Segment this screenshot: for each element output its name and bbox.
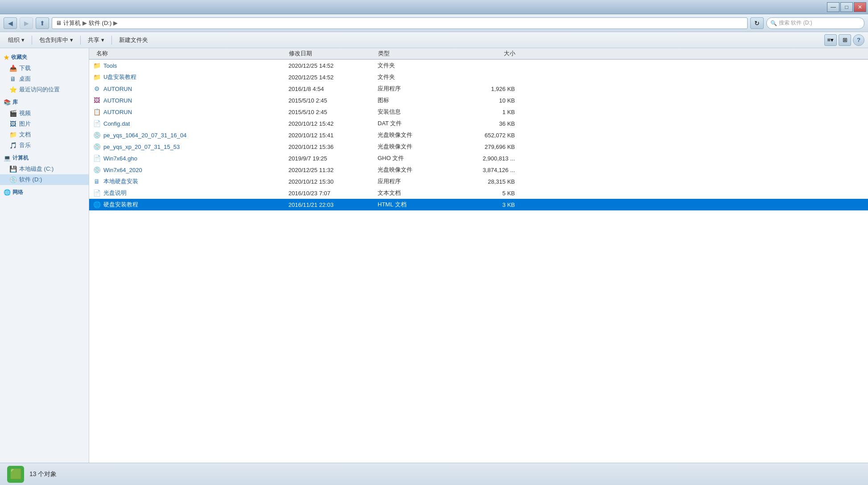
downloads-label: 下载: [19, 64, 31, 72]
search-placeholder: 搜索 软件 (D:): [779, 19, 812, 27]
share-button[interactable]: 共享 ▾: [83, 34, 109, 46]
library-header[interactable]: 📚 库: [0, 97, 89, 108]
file-date: 2016/10/23 7:07: [288, 190, 378, 197]
sidebar-item-software-d[interactable]: 💿 软件 (D:): [0, 174, 89, 185]
file-type-icon: 💿: [93, 143, 101, 151]
help-button[interactable]: ?: [853, 34, 864, 46]
document-label: 文档: [19, 131, 31, 139]
file-type: GHO 文件: [378, 154, 458, 162]
video-label: 视频: [19, 109, 31, 117]
toolbar-sep2: [80, 36, 81, 45]
col-size-header[interactable]: 大小: [458, 49, 521, 58]
main-area: ★ 收藏夹 📥 下载 🖥 桌面 ⭐ 最近访问的位置 📚 库 �: [0, 48, 868, 463]
file-date: 2016/11/21 22:03: [288, 201, 378, 208]
favorites-header[interactable]: ★ 收藏夹: [0, 52, 89, 63]
include-library-button[interactable]: 包含到库中 ▾: [35, 34, 78, 46]
desktop-label: 桌面: [19, 75, 31, 83]
file-date: 2020/10/12 15:42: [288, 120, 378, 127]
file-name: pe_yqs_1064_20_07_31_16_04: [103, 132, 288, 139]
file-type: 应用程序: [378, 177, 458, 185]
toolbar-right: ≡ ▾ ⊞ ?: [824, 34, 864, 46]
table-row[interactable]: 💿 Win7x64_2020 2020/12/25 11:32 光盘映像文件 3…: [89, 164, 868, 176]
toolbar-sep1: [32, 36, 32, 45]
computer-icon2: 💻: [4, 155, 11, 161]
back-button[interactable]: ◀: [4, 17, 17, 29]
search-icon: 🔍: [770, 20, 777, 26]
forward-button[interactable]: ▶: [20, 17, 33, 29]
table-row[interactable]: 🌐 硬盘安装教程 2016/11/21 22:03 HTML 文档 3 KB: [89, 199, 868, 210]
minimize-button[interactable]: —: [827, 2, 839, 12]
file-name: Win7x64_2020: [103, 167, 288, 173]
sidebar-item-document[interactable]: 📁 文档: [0, 129, 89, 140]
file-type: 光盘映像文件: [378, 131, 458, 139]
table-row[interactable]: 📁 U盘安装教程 2020/12/25 14:52 文件夹: [89, 71, 868, 83]
table-row[interactable]: 📄 光盘说明 2016/10/23 7:07 文本文档 5 KB: [89, 187, 868, 199]
file-type: 光盘映像文件: [378, 166, 458, 174]
file-type: 光盘映像文件: [378, 143, 458, 151]
breadcrumb-software[interactable]: 软件 (D:): [89, 19, 111, 27]
file-size: 3 KB: [458, 201, 520, 208]
titlebar-buttons: — □ ✕: [827, 2, 866, 12]
table-row[interactable]: 📁 Tools 2020/12/25 14:52 文件夹: [89, 60, 868, 71]
sidebar-item-picture[interactable]: 🖼 图片: [0, 119, 89, 129]
computer-label: 计算机: [12, 154, 29, 162]
file-type-icon: 🖼: [93, 96, 101, 104]
breadcrumb[interactable]: 🖥 计算机 ▶ 软件 (D:) ▶: [52, 17, 748, 29]
status-count: 13 个对象: [29, 470, 57, 478]
star-icon: ★: [4, 54, 9, 61]
table-row[interactable]: 🖥 本地硬盘安装 2020/10/12 15:30 应用程序 28,315 KB: [89, 176, 868, 187]
sidebar-item-music[interactable]: 🎵 音乐: [0, 140, 89, 151]
file-date: 2019/9/7 19:25: [288, 155, 378, 162]
col-name-header[interactable]: 名称: [93, 49, 289, 58]
view-icon: ≡: [827, 37, 831, 43]
file-type-icon: 🖥: [93, 177, 101, 185]
refresh-button[interactable]: ↻: [750, 17, 764, 29]
file-size: 10 KB: [458, 97, 520, 104]
search-bar[interactable]: 🔍 搜索 软件 (D:): [766, 17, 864, 29]
breadcrumb-sep1: ▶: [82, 20, 87, 26]
table-row[interactable]: 💿 pe_yqs_1064_20_07_31_16_04 2020/10/12 …: [89, 129, 868, 141]
network-header[interactable]: 🌐 网络: [0, 187, 89, 198]
sidebar-item-recent[interactable]: ⭐ 最近访问的位置: [0, 84, 89, 95]
sidebar-item-downloads[interactable]: 📥 下载: [0, 63, 89, 74]
sidebar: ★ 收藏夹 📥 下载 🖥 桌面 ⭐ 最近访问的位置 📚 库 �: [0, 48, 89, 463]
computer-icon: 🖥: [56, 20, 62, 26]
computer-header[interactable]: 💻 计算机: [0, 152, 89, 164]
table-row[interactable]: 📋 AUTORUN 2015/5/10 2:45 安装信息 1 KB: [89, 106, 868, 118]
file-size: 2,900,813 ...: [458, 155, 520, 162]
file-size: 5 KB: [458, 190, 520, 197]
toolbar-sep3: [111, 36, 112, 45]
sidebar-item-local-c[interactable]: 💾 本地磁盘 (C:): [0, 164, 89, 174]
col-type-header[interactable]: 类型: [378, 49, 458, 58]
file-type: 图标: [378, 96, 458, 104]
picture-label: 图片: [19, 120, 31, 128]
breadcrumb-computer[interactable]: 计算机: [63, 19, 81, 27]
recent-icon: ⭐: [9, 86, 17, 94]
network-label: 网络: [12, 189, 23, 196]
titlebar: — □ ✕: [0, 0, 868, 14]
table-row[interactable]: 📄 Win7x64.gho 2019/9/7 19:25 GHO 文件 2,90…: [89, 152, 868, 164]
statusbar: 🟩 13 个对象: [0, 463, 868, 485]
file-size: 279,696 KB: [458, 144, 520, 150]
new-folder-button[interactable]: 新建文件夹: [115, 34, 152, 46]
details-icon: ⊞: [843, 37, 847, 43]
sidebar-item-video[interactable]: 🎬 视频: [0, 108, 89, 119]
up-button[interactable]: ⬆: [36, 17, 49, 29]
table-row[interactable]: 🖼 AUTORUN 2015/5/10 2:45 图标 10 KB: [89, 95, 868, 106]
close-button[interactable]: ✕: [854, 2, 866, 12]
table-row[interactable]: 📄 Config.dat 2020/10/12 15:42 DAT 文件 36 …: [89, 118, 868, 129]
file-name: AUTORUN: [103, 86, 288, 92]
table-row[interactable]: 💿 pe_yqs_xp_20_07_31_15_53 2020/10/12 15…: [89, 141, 868, 152]
details-view-button[interactable]: ⊞: [839, 34, 851, 46]
table-row[interactable]: ⚙ AUTORUN 2016/1/8 4:54 应用程序 1,926 KB: [89, 83, 868, 95]
file-name: Config.dat: [103, 120, 288, 127]
file-area: 名称 修改日期 类型 大小 📁 Tools 2020/12/25 14:52 文…: [89, 48, 868, 463]
sidebar-item-desktop[interactable]: 🖥 桌面: [0, 74, 89, 84]
maximize-button[interactable]: □: [840, 2, 853, 12]
help-icon: ?: [857, 37, 860, 43]
col-date-header[interactable]: 修改日期: [289, 49, 378, 58]
organize-button[interactable]: 组织 ▾: [4, 34, 29, 46]
view-button[interactable]: ≡ ▾: [824, 34, 837, 46]
library-icon: 📚: [4, 99, 11, 106]
file-type-icon: ⚙: [93, 85, 101, 93]
